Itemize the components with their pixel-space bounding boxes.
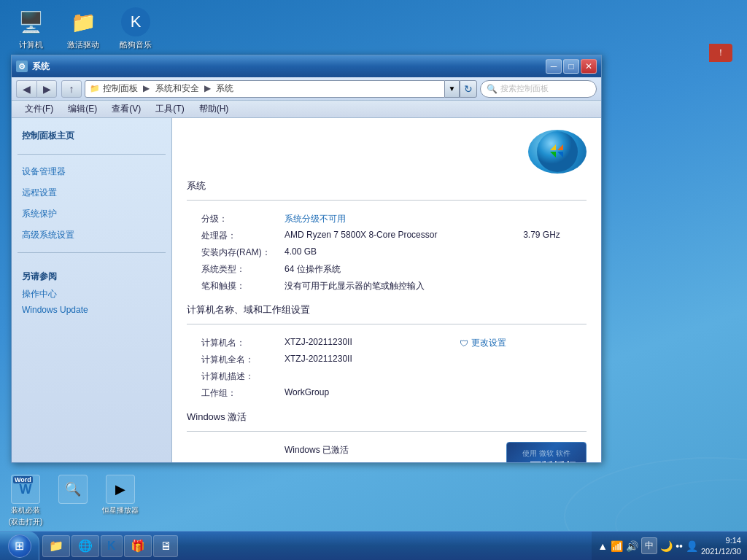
taskbar-app-screen[interactable]: 🖥: [153, 535, 178, 557]
breadcrumb-part2[interactable]: 系统和安全: [155, 83, 199, 93]
pen-row: 笔和触摸： 没有可用于此显示器的笔或触控输入: [187, 278, 587, 295]
ram-label: 安装内存(RAM)：: [187, 244, 282, 261]
product-id-row: 产品 ID： 00426-OEM-8992662-00173: [187, 459, 492, 462]
sidebar-also-see: 另请参阅 操作中心 Windows Update: [18, 268, 166, 317]
menu-tools[interactable]: 工具(T): [148, 101, 191, 117]
tray-dots-icon[interactable]: ••: [676, 540, 683, 552]
close-button[interactable]: ✕: [581, 59, 597, 74]
tray-user-icon[interactable]: 👤: [686, 540, 698, 552]
tray-date-value: 2021/12/30: [701, 546, 741, 556]
tray-volume-icon[interactable]: 🔊: [626, 540, 638, 552]
kugou-app-icon: K: [107, 540, 116, 553]
computer-name-row: 计算机名： XTZJ-20211230II 🛡 更改设置: [187, 335, 587, 351]
breadcrumb-sep2: ▶: [204, 83, 211, 93]
desktop-icon-computer[interactable]: 🖥️ 计算机: [7, 7, 54, 50]
computer-fullname-value: XTZJ-20211230II: [282, 351, 416, 368]
maximize-button[interactable]: □: [563, 59, 579, 74]
tray-moon-icon[interactable]: 🌙: [660, 540, 673, 552]
tray-arrow[interactable]: ▲: [597, 540, 608, 552]
search-field[interactable]: 🔍 搜索控制面板: [480, 80, 597, 98]
start-button[interactable]: ⊞: [0, 532, 39, 561]
menu-view[interactable]: 查看(V): [104, 101, 148, 117]
desktop-icon-music[interactable]: K 酷狗音乐: [112, 7, 159, 50]
tray-language[interactable]: 中: [641, 537, 657, 554]
taskbar-app-gift[interactable]: 🎁: [124, 535, 152, 557]
sidebar-item-remote[interactable]: 远程设置: [18, 184, 166, 201]
desktop-icon-driver[interactable]: 📁 激活驱动: [60, 7, 107, 50]
system-info-table: 分级： 系统分级不可用 处理器： AMD Ryzen 7 5800X 8-Cor…: [187, 211, 587, 295]
product-id-label: 产品 ID：: [187, 459, 282, 462]
win-logo-area: [187, 130, 587, 174]
sidebar-item-system-protection[interactable]: 系统保护: [18, 206, 166, 222]
taskbar-app-folder[interactable]: 📁: [42, 535, 70, 557]
music-icon-label: 酷狗音乐: [120, 39, 152, 50]
sidebar-home-link[interactable]: 控制面板主页: [18, 127, 166, 145]
workgroup-label: 工作组：: [187, 385, 282, 402]
activation-area: Windows 已激活 产品 ID： 00426-OEM-8992662-001…: [187, 442, 587, 462]
change-settings-button[interactable]: 🛡 更改设置: [460, 337, 584, 349]
taskbar: ⊞ 📁 🌐 K 🎁 🖥 ▲ 📶 🔊 中: [0, 531, 747, 560]
pen-label: 笔和触摸：: [187, 278, 282, 295]
activation-badge: 使用 微软 软件 ★ 正版授权 安全 稳定 声誉: [506, 442, 587, 462]
folder-app-icon: 📁: [49, 539, 63, 553]
sidebar-divider-1: [18, 154, 166, 155]
search-icon: 🔍: [487, 84, 498, 94]
player-icon: ▶: [106, 475, 135, 504]
shortcut-word[interactable]: Word W 装机必装 (双击打开): [4, 475, 47, 527]
taskbar-app-ie[interactable]: 🌐: [71, 535, 99, 557]
rating-value-link[interactable]: 系统分级不可用: [285, 214, 346, 224]
word-icon-symbol: W: [20, 482, 32, 497]
activation-info: Windows 已激活 产品 ID： 00426-OEM-8992662-001…: [187, 442, 492, 462]
sidebar-also-see-title: 另请参阅: [18, 268, 166, 286]
up-button[interactable]: ↑: [61, 80, 82, 98]
tray-time-value: 9:14: [701, 535, 741, 545]
menu-bar: 文件(F) 编辑(E) 查看(V) 工具(T) 帮助(H): [12, 101, 601, 118]
menu-file[interactable]: 文件(F): [18, 101, 61, 117]
music-icon: K: [121, 7, 150, 36]
tray-time[interactable]: 9:14 2021/12/30: [701, 535, 741, 556]
sidebar-divider-2: [18, 252, 166, 253]
section-divider-computer: [187, 324, 587, 324]
windows-logo: [528, 130, 587, 174]
shortcut-media[interactable]: 🔍: [51, 475, 95, 527]
ram-value: 4.00 GB: [282, 244, 494, 261]
player-icon-symbol: ▶: [115, 481, 125, 497]
forward-button[interactable]: ▶: [36, 80, 57, 98]
refresh-button[interactable]: ↻: [460, 80, 477, 98]
shortcut-player[interactable]: ▶ 恒星播放器: [98, 475, 142, 527]
os-type-value: 64 位操作系统: [282, 261, 494, 278]
taskbar-app-kugou[interactable]: K: [101, 535, 123, 557]
taskbar-shortcuts: Word W 装机必装 (双击打开) 🔍 ▶ 恒星播放器: [4, 475, 142, 527]
address-dropdown[interactable]: ▼: [445, 80, 460, 98]
computer-desc-row: 计算机描述：: [187, 368, 587, 385]
section-divider-activation: [187, 431, 587, 432]
breadcrumb-part1[interactable]: 控制面板: [103, 83, 138, 93]
nav-buttons: ◀ ▶: [16, 80, 57, 98]
desktop-icons: 🖥️ 计算机 📁 激活驱动 K 酷狗音乐: [7, 7, 159, 50]
notification-bar: ！: [709, 44, 732, 62]
sidebar-item-advanced[interactable]: 高级系统设置: [18, 227, 166, 244]
activation-status-value: Windows 已激活: [282, 442, 492, 459]
breadcrumb-part3[interactable]: 系统: [216, 83, 233, 93]
title-bar-left: ⚙ 系统: [16, 61, 50, 73]
back-button[interactable]: ◀: [16, 80, 36, 98]
workgroup-value: WorkGroup: [282, 385, 416, 402]
word-label2: (双击打开): [9, 517, 43, 527]
menu-help[interactable]: 帮助(H): [192, 101, 236, 117]
player-label: 恒星播放器: [102, 505, 139, 516]
minimize-button[interactable]: ─: [546, 59, 562, 74]
tray-network-icon[interactable]: 📶: [611, 540, 623, 552]
section-system-header: 系统: [187, 179, 587, 192]
section-computer-header: 计算机名称、域和工作组设置: [187, 303, 587, 316]
processor-freq: 3.79 GHz: [494, 228, 587, 244]
address-field[interactable]: 📁 控制面板 ▶ 系统和安全 ▶ 系统: [85, 80, 445, 98]
sidebar-windows-update[interactable]: Windows Update: [18, 303, 166, 317]
sidebar-action-center[interactable]: 操作中心: [18, 286, 166, 303]
activation-status-row: Windows 已激活: [187, 442, 492, 459]
word-label: 装机必装: [11, 505, 40, 516]
ram-row: 安装内存(RAM)： 4.00 GB: [187, 244, 587, 261]
workgroup-row: 工作组： WorkGroup: [187, 385, 587, 402]
sidebar-item-device-manager[interactable]: 设备管理器: [18, 163, 166, 180]
desktop: 🖥️ 计算机 📁 激活驱动 K 酷狗音乐 ！ ⚙ 系统 ─ □: [0, 0, 747, 560]
menu-edit[interactable]: 编辑(E): [61, 101, 104, 117]
